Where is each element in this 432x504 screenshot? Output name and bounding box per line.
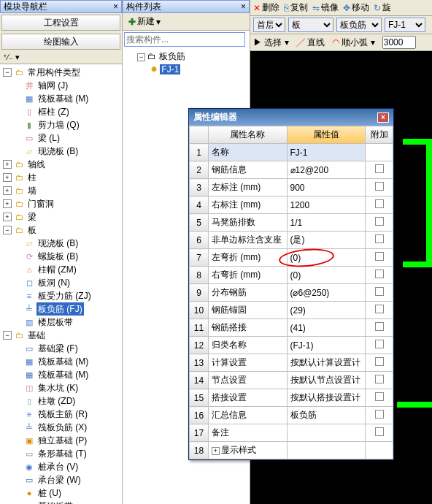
tree-beam[interactable]: 梁 (L): [36, 131, 61, 145]
line-tool[interactable]: ╱ 直线: [296, 37, 325, 49]
attach-checkbox[interactable]: [375, 252, 384, 261]
tree-raft-found[interactable]: 筏板基础 (M): [36, 92, 90, 105]
copy-button[interactable]: ⎘复制: [284, 1, 308, 14]
delete-button[interactable]: ✕删除: [253, 1, 279, 14]
tree-raft1[interactable]: 筏板基础 (M): [36, 355, 90, 368]
twisty-icon[interactable]: +: [3, 173, 12, 182]
tree-raft2[interactable]: 筏板基础 (M): [36, 368, 90, 381]
prop-value-cell[interactable]: FJ-1: [287, 144, 366, 161]
attach-checkbox[interactable]: [375, 392, 384, 401]
prop-value-cell[interactable]: 按默认节点设置计: [287, 372, 366, 389]
tree-pilecap[interactable]: 桩承台 (V): [36, 460, 80, 473]
drawing-input-button[interactable]: 绘图输入: [1, 34, 120, 50]
tree-shear-wall[interactable]: 剪力墙 (Q): [36, 118, 81, 131]
tree-axis-group[interactable]: 轴线: [26, 158, 47, 171]
attach-checkbox[interactable]: [375, 287, 384, 296]
new-component-button[interactable]: ✚新建 ▾: [126, 15, 163, 28]
rotate-button[interactable]: ↻旋: [374, 1, 391, 14]
category-select[interactable]: 板: [288, 18, 333, 32]
twisty-icon[interactable]: +: [3, 199, 12, 208]
attach-checkbox[interactable]: [375, 357, 384, 366]
tree-slab-group[interactable]: 板: [26, 224, 38, 237]
search-component-input[interactable]: [124, 32, 245, 47]
prop-value-cell[interactable]: [287, 424, 366, 442]
attach-checkbox[interactable]: [375, 199, 384, 208]
prop-value-cell[interactable]: (是): [287, 232, 366, 249]
tree-axis-grid[interactable]: 轴网 (J): [36, 79, 69, 92]
twisty-icon[interactable]: +: [3, 186, 12, 195]
tree-raft-neg[interactable]: 筏板负筋 (X): [36, 421, 88, 434]
tree-pile[interactable]: 桩 (U): [36, 486, 63, 500]
tree-common[interactable]: 常用构件类型: [26, 66, 82, 79]
attach-checkbox[interactable]: [375, 234, 384, 243]
tree-opening-group[interactable]: 门窗洞: [26, 197, 55, 210]
prop-value-cell[interactable]: (⌀6@250): [287, 284, 366, 302]
attach-checkbox[interactable]: [375, 410, 384, 419]
tree-raft-main[interactable]: 筏板主筋 (R): [36, 408, 89, 421]
subcategory-select[interactable]: 板负筋: [336, 18, 382, 32]
expand-icon[interactable]: +: [212, 447, 220, 455]
prop-value-cell[interactable]: (FJ-1): [287, 337, 366, 354]
prop-value-cell[interactable]: 1/1: [287, 214, 366, 232]
tree-wall-group[interactable]: 墙: [26, 184, 38, 197]
floor-select[interactable]: 首层: [253, 18, 285, 32]
tree-found-strip[interactable]: 基础板带: [36, 500, 74, 504]
prop-value-cell[interactable]: 1200: [287, 196, 366, 214]
tree-found-beam[interactable]: 基础梁 (F): [36, 342, 80, 355]
twisty-icon[interactable]: +: [3, 160, 12, 169]
tree-slab-neg-rebar[interactable]: 板负筋 (FJ): [36, 302, 84, 316]
twisty-icon[interactable]: −: [3, 226, 12, 234]
attach-checkbox[interactable]: [375, 164, 384, 173]
prop-value-cell[interactable]: (29): [287, 302, 366, 319]
property-close-button[interactable]: ×: [377, 112, 389, 123]
prop-value-cell[interactable]: 板负筋: [287, 407, 366, 424]
prop-value-cell[interactable]: 900: [287, 179, 366, 196]
attach-checkbox[interactable]: [375, 340, 384, 348]
tree-strip-found[interactable]: 条形基础 (T): [36, 447, 88, 460]
tree-column-cap[interactable]: 柱帽 (ZM): [36, 263, 78, 276]
tree-foundation-group[interactable]: 基础: [26, 329, 47, 342]
twisty-icon[interactable]: −: [3, 331, 12, 340]
instance-select[interactable]: FJ-1: [385, 18, 425, 32]
tree-floor-strip[interactable]: 楼层板带: [36, 316, 74, 329]
attach-checkbox[interactable]: [375, 182, 384, 191]
tree-beam-group[interactable]: 梁: [26, 210, 38, 224]
tree-slab-rebar[interactable]: 板受力筋 (ZJ): [36, 289, 93, 302]
component-category[interactable]: 板负筋: [159, 51, 185, 61]
component-item-selected[interactable]: FJ-1: [160, 64, 180, 75]
mirror-button[interactable]: ⇋镜像: [312, 1, 339, 14]
prop-value-cell[interactable]: 按默认计算设置计: [287, 354, 366, 372]
tree-sump[interactable]: 集水坑 (K): [36, 381, 80, 394]
tree-slab-hole[interactable]: 板洞 (N): [36, 276, 72, 289]
attach-checkbox[interactable]: [375, 305, 384, 313]
tree-col-pier[interactable]: 柱墩 (ZD): [36, 394, 77, 408]
prop-value-cell[interactable]: 按默认搭接设置计: [287, 389, 366, 407]
attach-checkbox[interactable]: [375, 427, 384, 436]
tree-cast-slab[interactable]: 现浇板 (B): [36, 237, 80, 250]
tree-capbeam[interactable]: 承台梁 (W): [36, 473, 82, 486]
select-tool[interactable]: ▶ 选择 ▾: [253, 37, 289, 49]
attach-checkbox[interactable]: [375, 322, 384, 331]
prop-value-cell[interactable]: ⌀12@200: [287, 161, 366, 179]
tree-slab[interactable]: 现浇板 (B): [36, 145, 80, 158]
prop-value-cell[interactable]: (0): [287, 249, 366, 267]
expand-collapse-toggle[interactable]: ⁺⁄₋ ▾: [0, 51, 122, 64]
component-list-close-icon[interactable]: ×: [241, 1, 246, 12]
tree-frame-col[interactable]: 框柱 (Z): [36, 105, 71, 118]
tree-iso-found[interactable]: 独立基础 (P): [36, 434, 88, 447]
twisty-icon[interactable]: −: [3, 68, 12, 77]
prop-value-cell[interactable]: [287, 442, 366, 459]
prop-value-cell[interactable]: (41): [287, 319, 366, 337]
move-button[interactable]: ✥移动: [343, 1, 369, 14]
tree-column-group[interactable]: 柱: [26, 171, 38, 184]
prop-value-cell[interactable]: (0): [287, 267, 366, 284]
nav-close-icon[interactable]: ×: [113, 1, 118, 12]
arc-tool[interactable]: ◠ 顺小弧 ▾: [332, 37, 375, 49]
twisty-icon[interactable]: −: [137, 53, 145, 61]
property-editor-titlebar[interactable]: 属性编辑器 ×: [189, 109, 393, 126]
tree-spiral-slab[interactable]: 螺旋板 (B): [36, 250, 80, 263]
attach-checkbox[interactable]: [375, 217, 384, 226]
attach-checkbox[interactable]: [375, 375, 384, 383]
length-input[interactable]: [382, 36, 416, 49]
project-settings-button[interactable]: 工程设置: [1, 15, 120, 31]
